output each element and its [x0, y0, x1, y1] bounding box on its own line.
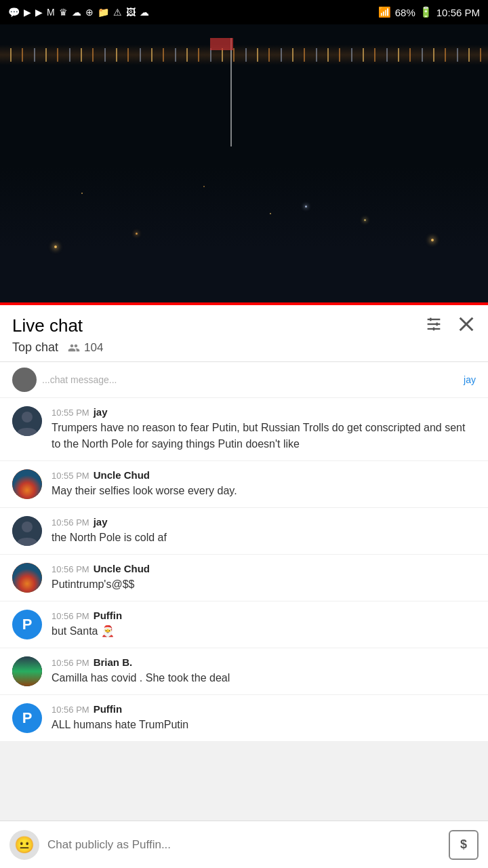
chat-input[interactable]: [47, 838, 441, 852]
message-text: Camilla has covid . She took the deal: [52, 670, 476, 686]
message-author: jay: [94, 406, 108, 418]
avatar: P: [12, 703, 42, 733]
message-text: ALL humans hate TrumPutin: [52, 717, 476, 733]
message-time: 10:55 PM: [52, 408, 89, 418]
livechat-title: Live chat: [12, 315, 83, 336]
message-time: 10:56 PM: [52, 611, 89, 621]
battery-text: 68%: [395, 7, 415, 18]
message-author: Puffin: [94, 703, 123, 715]
svg-point-17: [12, 656, 42, 686]
chat-message: 10:56 PM Uncle Chud Putintrump's@$$: [0, 555, 488, 601]
status-right: 📶 68% 🔋 10:56 PM: [378, 6, 480, 18]
viewer-count-number: 104: [84, 341, 103, 355]
viewer-count: 104: [68, 341, 103, 355]
chat-message: P 10:56 PM Puffin but Santa 🎅: [0, 601, 488, 648]
chat-messages-area: ...chat message... jay 10:55 PM jay Trum…: [0, 362, 488, 796]
wifi-icon: 📶: [378, 6, 391, 18]
avatar: [12, 406, 42, 436]
chat-message: P 10:56 PM Puffin ALL humans hate TrumPu…: [0, 695, 488, 742]
message-text: Trumpers have no reason to fear Putin, b…: [52, 420, 476, 452]
chat-message: 10:56 PM Brian B. Camilla has covid . Sh…: [0, 648, 488, 695]
message-time: 10:55 PM: [52, 471, 89, 481]
partial-message: ...chat message... jay: [0, 362, 488, 398]
message-time: 10:56 PM: [52, 705, 89, 715]
avatar: [12, 469, 42, 499]
message-text: May their selfies look worse every day.: [52, 483, 476, 499]
message-author: jay: [94, 516, 108, 528]
svg-point-15: [12, 563, 42, 593]
livechat-header: Live chat Top chat: [0, 305, 488, 362]
message-author: Brian B.: [94, 656, 133, 668]
super-chat-button[interactable]: $: [449, 830, 479, 860]
avatar: P: [12, 610, 42, 639]
emoji-icon: 😐: [14, 835, 35, 854]
video-player[interactable]: [0, 24, 488, 302]
battery-icon: 🔋: [420, 6, 432, 18]
svg-point-11: [12, 469, 42, 499]
top-chat-label[interactable]: Top chat: [12, 340, 58, 355]
message-text: but Santa 🎅: [52, 623, 476, 639]
status-icons: 💬 ▶ ▶ M ♛ ☁ ⊕ 📁 ⚠ 🖼 ☁: [8, 7, 149, 18]
filter-icon[interactable]: [424, 315, 443, 336]
emoji-button[interactable]: 😐: [9, 830, 39, 860]
chat-message: 10:55 PM Uncle Chud May their selfies lo…: [0, 461, 488, 508]
chat-message: 10:56 PM jay the North Pole is cold af: [0, 508, 488, 555]
close-icon[interactable]: [457, 315, 476, 336]
message-author: Uncle Chud: [94, 563, 150, 574]
time: 10:56 PM: [436, 7, 480, 18]
message-time: 10:56 PM: [52, 564, 89, 574]
avatar: [12, 656, 42, 686]
message-text: the North Pole is cold af: [52, 530, 476, 546]
chat-input-bar: 😐 $: [0, 821, 488, 868]
avatar: [12, 563, 42, 593]
message-time: 10:56 PM: [52, 658, 89, 668]
chat-message: 10:55 PM jay Trumpers have no reason to …: [0, 398, 488, 461]
status-bar: 💬 ▶ ▶ M ♛ ☁ ⊕ 📁 ⚠ 🖼 ☁ 📶 68% 🔋 10:56 PM: [0, 0, 488, 24]
message-author: Uncle Chud: [94, 469, 150, 481]
message-author: Puffin: [94, 610, 123, 621]
message-time: 10:56 PM: [52, 517, 89, 528]
message-text: Putintrump's@$$: [52, 576, 476, 593]
svg-point-13: [22, 521, 33, 532]
avatar: [12, 516, 42, 546]
svg-point-9: [22, 412, 33, 422]
